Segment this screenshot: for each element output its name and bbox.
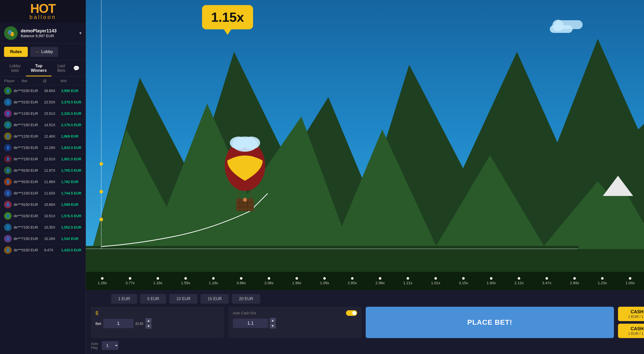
strip-item[interactable]: 1.28x	[88, 277, 116, 285]
strip-dot	[129, 277, 131, 280]
snow-cap	[603, 176, 633, 196]
table-row: 👤 de***0 150 EUR 9.47X 1,420.5 EUR	[0, 245, 86, 256]
mini-avatar: 👤	[4, 132, 12, 140]
quick-bet-button[interactable]: 5 EUR	[140, 294, 166, 304]
cashout-1-content: CASH OUT 1 EUR / 1.15 EUR	[622, 309, 644, 319]
strip-value: 1.96x	[292, 281, 302, 285]
strip-value: 2.96x	[376, 281, 385, 285]
strip-item[interactable]: 1.23x	[588, 277, 616, 285]
strip-dot	[212, 277, 215, 280]
strip-value: 2.89x	[570, 281, 579, 285]
bet-decrement[interactable]: ▼	[145, 324, 152, 329]
quick-bet-button[interactable]: 10 EUR	[169, 294, 197, 304]
multiplier-cell: 11.63X	[44, 191, 61, 195]
player-name: de***7	[14, 146, 24, 150]
dropdown-arrow[interactable]: ▾	[79, 30, 82, 36]
strip-item[interactable]: 1.18x	[200, 277, 227, 285]
win-amount: 1,843.5 EUR	[61, 146, 82, 150]
col-win: Win	[60, 79, 82, 83]
strip-item[interactable]: 2.85x	[338, 277, 366, 285]
multiplier-cell: 10.28X	[44, 237, 61, 241]
player-cell: 👤 de***7	[4, 224, 24, 231]
bet-amount: 150 EUR	[24, 157, 44, 161]
auto-cashout-toggle[interactable]	[346, 310, 357, 316]
svg-point-15	[243, 198, 247, 202]
cashout-button-1[interactable]: CASH OUT 1 EUR / 1.15 EUR ↺ ⬇	[618, 307, 644, 321]
cashout-button-2[interactable]: CASH OUT 1 EUR / 1.15 EUR ↺ ⬇	[618, 324, 644, 338]
strip-dot	[295, 277, 298, 280]
cashout-1-amount: 1 EUR / 1.15 EUR	[622, 315, 644, 319]
svg-rect-2	[86, 246, 644, 272]
player-cell: 👤 de***5	[4, 98, 24, 106]
strip-item[interactable]: 1.00x	[616, 277, 644, 285]
player-cell: 👤 de***8	[4, 201, 24, 208]
player-name: de***3	[14, 214, 24, 218]
place-bet-button[interactable]: PLACE BET!	[366, 307, 614, 338]
strip-item[interactable]: 1.01x	[422, 277, 450, 285]
cashout-1-label: CASH OUT	[622, 309, 644, 315]
player-name: de***8	[14, 180, 24, 184]
strip-item[interactable]: 3.86x	[227, 277, 255, 285]
win-amount: 1,795.5 EUR	[61, 168, 82, 172]
player-name: de***1	[14, 112, 24, 116]
bet-input-row: Bet EUR ▲ ▼	[95, 318, 220, 329]
strip-item[interactable]: 3.47x	[533, 277, 561, 285]
strip-item[interactable]: 2.06x	[255, 277, 283, 285]
rules-button[interactable]: Rules	[4, 47, 28, 57]
multiplier-cell: 22.53X	[44, 100, 61, 104]
strip-item[interactable]: 1.33x	[144, 277, 172, 285]
table-row: 👤 de***7 150 EUR 10.28X 1,542 EUR	[0, 233, 86, 245]
cashout-2-label: CASH OUT	[622, 326, 644, 331]
mini-avatar: 👤	[4, 189, 12, 197]
strip-value: 1.33x	[153, 281, 163, 285]
chat-icon-button[interactable]: 💬	[71, 63, 82, 73]
mini-avatar: 👤	[4, 224, 12, 231]
controls-area: 1 EUR5 EUR10 EUR15 EUR20 EUR $ Bet EUR ▲…	[86, 290, 644, 354]
auto-decrement[interactable]: ▼	[270, 323, 276, 328]
bet-stepper: ▲ ▼	[145, 318, 152, 329]
strip-item[interactable]: 1.60x	[477, 277, 505, 285]
player-name: de***5	[14, 100, 24, 104]
tab-last-bets[interactable]: Last Bets	[52, 60, 71, 76]
strip-item[interactable]: 2.12x	[505, 277, 533, 285]
win-amount: 1,420.5 EUR	[61, 248, 82, 252]
strip-item[interactable]: 1.96x	[283, 277, 311, 285]
quick-bet-button[interactable]: 15 EUR	[201, 294, 229, 304]
lobby-button[interactable]: ← Lobby	[30, 47, 58, 57]
bet-increment[interactable]: ▲	[145, 318, 152, 323]
bets-list: 👤 de***5 150 EUR 26.60X 3,990 EUR 👤 de**…	[0, 85, 86, 354]
multiplier-strip: 1.28x 3.77x 1.33x 1.55x 1.18x 3.86x 2.06…	[86, 272, 644, 290]
mini-avatar: 👤	[4, 167, 12, 174]
bet-input[interactable]	[103, 319, 134, 328]
auto-cashout-stepper: ▲ ▼	[270, 318, 276, 328]
win-amount: 1,744.5 EUR	[61, 191, 82, 195]
strip-item[interactable]: 2.96x	[366, 277, 394, 285]
strip-item[interactable]: 1.09x	[311, 277, 338, 285]
table-row: 👤 de***3 150 EUR 10.51X 1,576.5 EUR	[0, 210, 86, 222]
quick-bet-button[interactable]: 1 EUR	[111, 294, 137, 304]
tab-top-winners[interactable]: Top Winners	[26, 60, 51, 76]
user-info: demoPlayer1143 Balance 9,997 EUR	[21, 28, 76, 38]
player-name: de***7	[14, 123, 24, 127]
strip-item[interactable]: 3.15x	[450, 277, 477, 285]
sidebar: HOT balloon 🎭 demoPlayer1143 Balance 9,9…	[0, 0, 86, 354]
bet-amount: 150 EUR	[24, 203, 44, 207]
strip-item[interactable]: 3.77x	[116, 277, 144, 285]
bet-amount: 150 EUR	[24, 248, 44, 252]
auto-cashout-input[interactable]	[233, 319, 268, 328]
multiplier-cell: 10.35X	[44, 225, 61, 229]
mini-avatar: 👤	[4, 98, 12, 106]
strip-value: 1.60x	[487, 281, 496, 285]
bet-currency: EUR	[136, 321, 144, 326]
tab-lobby-bets[interactable]: Lobby bets	[4, 60, 26, 76]
col-at: @	[43, 79, 61, 83]
user-balance: Balance 9,997 EUR	[21, 34, 76, 38]
bet-amount: 150 EUR	[24, 180, 44, 184]
strip-item[interactable]: 2.89x	[561, 277, 588, 285]
quick-bet-button[interactable]: 20 EUR	[232, 294, 260, 304]
strip-item[interactable]: 1.55x	[172, 277, 200, 285]
auto-increment[interactable]: ▲	[270, 318, 276, 323]
table-row: 👤 de***5 150 EUR 26.60X 3,990 EUR	[0, 85, 86, 97]
strip-item[interactable]: 1.21x	[394, 277, 422, 285]
auto-play-select[interactable]: 1 5 10 20 50	[102, 341, 118, 350]
